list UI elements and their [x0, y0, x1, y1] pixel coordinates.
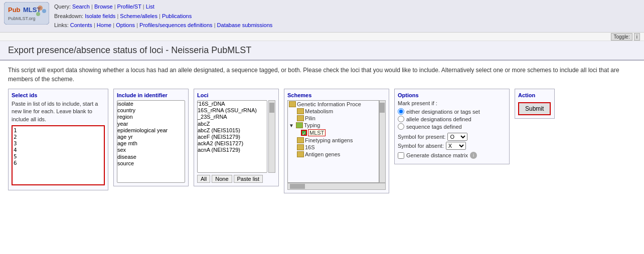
breakdown-isolate-link[interactable]: Isolate fields: [85, 13, 115, 19]
link-home[interactable]: Home: [97, 22, 111, 28]
radio-either-row: either designations or tags set: [398, 108, 506, 115]
loci-option-16s-rdna[interactable]: '16S_rDNA: [198, 101, 267, 107]
select-ids-panel: Select ids Paste in list of ids to inclu…: [8, 89, 108, 190]
identifier-option-source[interactable]: source: [117, 160, 185, 167]
breakdown-scheme-link[interactable]: Scheme/alleles: [120, 13, 157, 19]
identifier-option-isolate[interactable]: isolate: [117, 101, 185, 107]
tree-item-genetic: Genetic Information Proce: [288, 101, 379, 108]
schemes-scroll-wrapper: Genetic Information Proce Metabolism Pil…: [287, 100, 386, 183]
loci-option-acka2[interactable]: ackA2 (NEIS1727): [198, 140, 267, 147]
loci-select[interactable]: '16S_rDNA 16S_rRNA (SSU_rRNA) _23S_rRNA …: [197, 100, 267, 173]
link-contents[interactable]: Contents: [70, 22, 92, 28]
svg-point-5: [42, 9, 46, 13]
loci-option-16s-rrna[interactable]: 16S_rRNA (SSU_rRNA): [198, 107, 267, 114]
identifier-option-disease[interactable]: disease: [117, 154, 185, 160]
tree-label-metabolism: Metabolism: [305, 108, 333, 114]
identifier-option-region[interactable]: region: [117, 114, 185, 120]
options-title: Options: [398, 92, 506, 98]
submit-button[interactable]: Submit: [518, 102, 551, 115]
schemes-tree[interactable]: Genetic Information Proce Metabolism Pil…: [287, 100, 379, 183]
loci-none-button[interactable]: None: [212, 175, 232, 183]
schemes-h-scrollbar[interactable]: [287, 183, 386, 190]
loci-option-acna[interactable]: acnA (NEIS1729): [198, 147, 267, 153]
radio-seq[interactable]: [398, 123, 404, 130]
svg-text:Pub: Pub: [8, 6, 21, 14]
schemes-h-scrollbar-thumb: [290, 184, 305, 189]
links-row: Links: Contents | Home | Options | Profi…: [54, 21, 272, 30]
identifier-option-year[interactable]: year: [117, 121, 185, 127]
svg-text:PubMLST.org: PubMLST.org: [8, 16, 36, 21]
tree-label-pilin: Pilin: [305, 115, 315, 121]
tree-label-finetyping: Finetyping antigens: [305, 137, 353, 143]
folder-icon-pilin: [297, 115, 304, 121]
query-search-link[interactable]: Search: [72, 4, 90, 10]
tree-item-typing[interactable]: ▼ Typing: [288, 122, 379, 129]
select-ids-description: Paste in list of ids to include, start a…: [12, 100, 105, 123]
page-title: Export presence/absence status of loci -…: [8, 45, 636, 56]
identifier-option-epi-year[interactable]: epidemiological year: [117, 127, 185, 134]
link-submissions[interactable]: Database submissions: [217, 22, 273, 28]
schemes-scrollbar-thumb: [380, 103, 385, 113]
checkbox-mlst[interactable]: ✓: [301, 130, 307, 136]
page-title-bar: Export presence/absence status of loci -…: [0, 41, 644, 61]
breakdown-publications-link[interactable]: Publications: [162, 13, 192, 19]
loci-option-abcz[interactable]: abcZ: [198, 121, 267, 127]
tree-item-mlst[interactable]: ✓ MLST: [300, 129, 379, 137]
radio-either[interactable]: [398, 108, 404, 115]
loci-option-acef[interactable]: aceF (NEIS1279): [198, 134, 267, 140]
radio-seq-label: sequence tags defined: [406, 124, 462, 130]
links-label: Links:: [54, 22, 69, 28]
svg-point-6: [36, 12, 40, 16]
distance-matrix-checkbox[interactable]: [398, 152, 404, 159]
identifier-option-age-yr[interactable]: age yr: [117, 134, 185, 140]
radio-seq-row: sequence tags defined: [398, 123, 506, 130]
radio-allele[interactable]: [398, 116, 404, 122]
checkmark-icon-mlst: ✓: [302, 131, 306, 136]
tree-item-antigen: Antigen genes: [296, 151, 379, 158]
folder-icon-16s: [297, 144, 304, 150]
query-list-link[interactable]: List: [146, 4, 154, 10]
tree-label-antigen: Antigen genes: [305, 151, 340, 157]
tree-label-16s: 16S: [305, 144, 315, 150]
identifier-title: Include in identifier: [117, 92, 185, 98]
identifier-option-sex[interactable]: sex: [117, 147, 185, 153]
link-profiles[interactable]: Profiles/sequences definitions: [139, 22, 213, 28]
symbol-present-select[interactable]: O X + -: [447, 133, 467, 141]
tree-item-metabolism: Metabolism: [296, 108, 379, 115]
symbol-absent-label: Symbol for absent:: [398, 143, 444, 149]
identifier-option-age-mth[interactable]: age mth: [117, 140, 185, 147]
folder-icon-typing: [296, 122, 303, 128]
query-label: Query:: [54, 4, 71, 10]
tree-label-typing: Typing: [304, 122, 320, 128]
query-row: Query: Search | Browse | Profile/ST | Li…: [54, 2, 272, 12]
loci-panel: Loci '16S_rDNA 16S_rRNA (SSU_rRNA) _23S_…: [194, 89, 279, 186]
query-browse-link[interactable]: Browse: [94, 4, 113, 10]
expand-icon-typing: ▼: [289, 123, 294, 128]
tree-item-pilin: Pilin: [296, 115, 379, 122]
query-profilest-link[interactable]: Profile/ST: [117, 4, 141, 10]
schemes-scrollbar[interactable]: [379, 100, 386, 183]
toggle-bar: Toggle: i: [0, 33, 644, 41]
loci-scrollbar[interactable]: [268, 100, 275, 173]
loci-option-abcz-neis[interactable]: abcZ (NEIS1015): [198, 127, 267, 134]
toggle-icon[interactable]: i: [634, 33, 640, 41]
tree-label-genetic: Genetic Information Proce: [297, 101, 361, 107]
identifier-select[interactable]: isolate country region year epidemiologi…: [117, 100, 185, 183]
link-options[interactable]: Options: [116, 22, 135, 28]
loci-all-button[interactable]: All: [197, 175, 210, 183]
symbol-present-label: Symbol for present:: [398, 134, 445, 140]
tree-label-mlst: MLST: [308, 129, 326, 136]
symbol-present-inner: Symbol for present: O X + -: [398, 133, 506, 141]
symbol-absent-row: Symbol for absent: X O - +: [398, 142, 506, 150]
loci-option-23s-rrna[interactable]: _23S_rRNA: [198, 114, 267, 120]
identifier-panel: Include in identifier isolate country re…: [113, 89, 189, 186]
symbol-absent-select[interactable]: X O - +: [446, 142, 466, 150]
distance-info-icon: i: [470, 152, 477, 159]
header: Pub MLST PubMLST.org Query: Search | Bro…: [0, 0, 644, 33]
schemes-panel: Schemes Genetic Information Proce Metabo…: [284, 89, 389, 193]
loci-paste-button[interactable]: Paste list: [234, 175, 263, 183]
select-ids-title: Select ids: [12, 92, 105, 98]
ids-textarea[interactable]: 1 2 3 4 5 6: [12, 125, 105, 185]
identifier-option-country[interactable]: country: [117, 107, 185, 114]
radio-allele-row: allele designations defined: [398, 116, 506, 122]
